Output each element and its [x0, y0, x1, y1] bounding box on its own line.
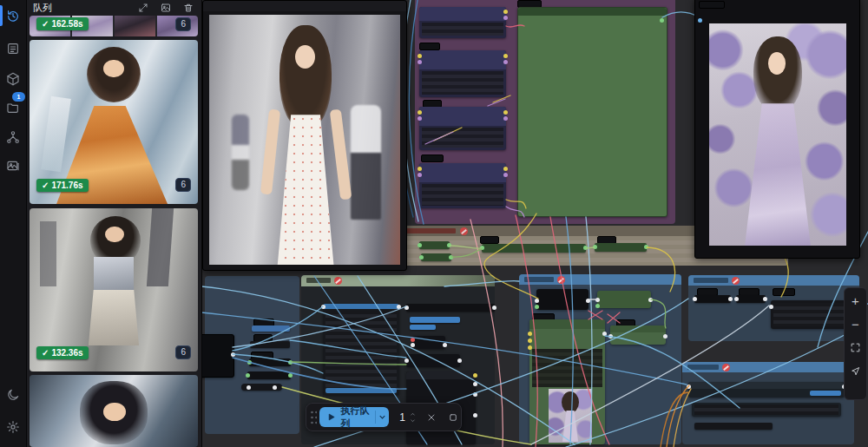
node[interactable]	[692, 403, 841, 417]
node-collapsed[interactable]	[247, 371, 291, 379]
count-badge: 6	[175, 17, 191, 31]
node-collapsed[interactable]	[421, 253, 451, 261]
gallery-icon[interactable]	[0, 154, 26, 178]
queue-item[interactable]	[30, 375, 198, 447]
workflow-badge: 1	[12, 92, 25, 102]
error-icon	[460, 227, 468, 235]
node-sampler[interactable]	[529, 319, 605, 444]
node[interactable]	[536, 289, 589, 310]
queue-item[interactable]: ✓162.58s 6	[30, 16, 198, 36]
gallery-view-icon[interactable]	[156, 1, 175, 15]
preview-image-wisteria	[709, 23, 846, 246]
run-queue-label: 执行队列	[340, 404, 370, 431]
node-text[interactable]	[771, 300, 851, 329]
stop-icon	[448, 412, 458, 423]
node[interactable]	[419, 107, 506, 150]
queue-item[interactable]: ✓132.36s 6	[30, 208, 198, 371]
node-title-chip	[480, 236, 499, 244]
duration-badge: ✓132.36s	[36, 346, 89, 359]
queue-title: 队列	[33, 2, 52, 15]
batch-count[interactable]: 1	[399, 411, 405, 424]
error-icon	[557, 276, 565, 284]
duration-badge: ✓162.58s	[36, 17, 89, 30]
expand-icon[interactable]	[134, 1, 153, 15]
theme-moon-icon[interactable]	[0, 383, 26, 407]
node-collapsed[interactable]	[249, 358, 291, 366]
model-library-icon[interactable]	[0, 67, 26, 91]
preview-window[interactable]	[202, 0, 407, 271]
node-collapsed[interactable]	[736, 295, 766, 303]
queue-panel: 队列 ✓162.58s 6	[26, 0, 202, 447]
widget-bar[interactable]	[410, 317, 460, 323]
chevron-down-icon[interactable]	[376, 412, 389, 422]
node[interactable]	[201, 334, 234, 378]
queue-history-icon[interactable]	[0, 3, 26, 28]
image-node-wisteria[interactable]	[694, 0, 860, 259]
chevron-up-icon	[409, 411, 417, 417]
chevron-down-icon	[409, 417, 417, 424]
run-queue-button[interactable]: 执行队列	[319, 407, 389, 427]
node-title-chip	[773, 288, 795, 296]
node[interactable]	[419, 163, 506, 208]
sidebar-rail: 1	[0, 0, 27, 447]
node-collapsed[interactable]	[694, 295, 731, 303]
node-image-wisteria-small	[549, 389, 592, 443]
zoom-out-button[interactable]: −	[847, 315, 864, 333]
node-canvas[interactable]: 执行队列 1 + −	[201, 0, 868, 447]
node-list-icon[interactable]	[0, 36, 26, 61]
node[interactable]	[419, 50, 506, 97]
drag-handle[interactable]	[310, 410, 317, 425]
queue-item[interactable]: ✓171.76s 6	[30, 40, 198, 204]
check-icon: ✓	[42, 18, 49, 30]
check-icon: ✓	[42, 180, 49, 191]
duration-badge: ✓171.76s	[36, 179, 89, 192]
count-badge: 6	[175, 345, 191, 359]
node-collapsed[interactable]	[419, 241, 450, 249]
duration-text: 171.76s	[51, 180, 82, 191]
node[interactable]	[412, 336, 445, 349]
clear-queue-button[interactable]	[424, 408, 440, 427]
queue-image-blue-silver	[30, 375, 198, 447]
node-collapsed[interactable]	[252, 325, 290, 332]
node-title-chip	[699, 1, 725, 9]
fit-view-button[interactable]	[847, 339, 864, 357]
node[interactable]	[597, 291, 651, 308]
node-collapsed[interactable]	[694, 423, 773, 430]
workflows-icon[interactable]: 1	[0, 95, 26, 120]
trash-icon[interactable]	[179, 1, 198, 15]
error-icon	[732, 277, 740, 285]
canvas-zoom-toolbar: + −	[844, 287, 867, 400]
node-title-chip	[419, 43, 440, 50]
node[interactable]	[688, 382, 845, 398]
node-title-chip	[421, 154, 444, 162]
queue-header: 队列	[26, 0, 201, 16]
error-icon	[722, 364, 730, 371]
play-icon	[326, 412, 336, 422]
widget-bar[interactable]	[410, 325, 436, 330]
close-icon	[426, 412, 437, 423]
preview-titlebar[interactable]	[203, 1, 406, 11]
settings-gear-icon[interactable]	[0, 415, 26, 439]
node[interactable]	[406, 354, 460, 367]
node[interactable]	[610, 325, 666, 345]
preview-image-street	[209, 15, 400, 265]
action-bar: 执行队列 1	[306, 403, 462, 431]
count-badge: 6	[175, 178, 191, 192]
node[interactable]	[419, 7, 506, 38]
app-window: 1 队列	[0, 0, 868, 447]
duration-text: 162.58s	[51, 18, 82, 30]
node-collapsed[interactable]	[482, 244, 586, 253]
node-collapsed[interactable]	[595, 243, 647, 252]
node-map-icon[interactable]	[0, 125, 26, 149]
node-collapsed[interactable]	[241, 384, 282, 391]
select-tool-button[interactable]	[847, 362, 864, 380]
duration-text: 132.36s	[51, 347, 82, 358]
zoom-in-button[interactable]: +	[847, 292, 864, 310]
node-collapsed[interactable]	[250, 341, 290, 348]
node-collapsed[interactable]	[406, 304, 495, 312]
stop-button[interactable]	[444, 408, 461, 427]
green-panel-node[interactable]	[517, 7, 667, 217]
node-text[interactable]	[323, 304, 399, 395]
port[interactable]	[698, 18, 702, 23]
batch-stepper[interactable]	[409, 411, 417, 424]
